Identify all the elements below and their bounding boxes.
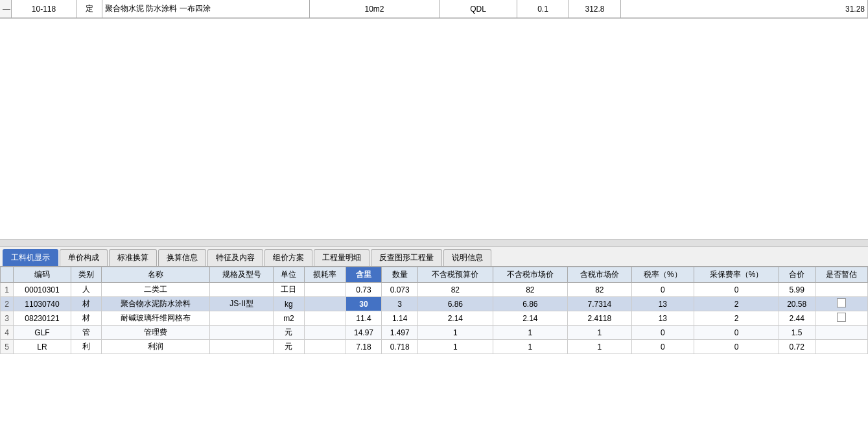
cell-isEstimate[interactable] — [815, 297, 867, 311]
col-header-unit: 单位 — [274, 267, 304, 283]
top-area: — 10-118 定 聚合物水泥 防水涂料 一布四涂 10m2 QDL 0.1 … — [0, 0, 868, 19]
cell-marketWithTax: 1 — [568, 340, 631, 354]
cell-marketNoTax: 1 — [493, 326, 568, 340]
cell-name: 管理费 — [102, 326, 210, 340]
cell-lossRate — [304, 311, 346, 326]
cell-lossRate — [304, 326, 346, 340]
cell-content: 0.73 — [346, 283, 382, 297]
cell-unit: m2 — [274, 311, 304, 326]
horizontal-scrollbar[interactable] — [0, 239, 868, 247]
col-header-priceNoTax: 不含税预算价 — [418, 267, 493, 283]
cell-isEstimate[interactable] — [815, 311, 867, 326]
cell-taxRate: 0 — [631, 283, 694, 297]
tab-1[interactable]: 单价构成 — [60, 249, 108, 266]
cell-unit: 元 — [274, 326, 304, 340]
tab-2[interactable]: 标准换算 — [109, 249, 157, 266]
row-name: 聚合物水泥 防水涂料 一布四涂 — [102, 0, 310, 18]
col-header-code: 编码 — [14, 267, 71, 283]
estimate-checkbox[interactable] — [837, 313, 846, 322]
cell-marketNoTax: 6.86 — [493, 297, 568, 311]
cell-spec: JS-II型 — [209, 297, 273, 311]
cell-content: 11.4 — [346, 311, 382, 326]
cell-priceNoTax: 82 — [418, 283, 493, 297]
cell-quantity: 1.14 — [382, 311, 418, 326]
tab-0[interactable]: 工料机显示 — [3, 249, 58, 266]
cell-lossRate — [304, 340, 346, 354]
cell-lossRate — [304, 283, 346, 297]
cell-priceNoTax: 6.86 — [418, 297, 493, 311]
tab-7[interactable]: 反查图形工程量 — [371, 249, 442, 266]
cell-totalPrice: 5.99 — [779, 283, 815, 297]
row-dash: — — [0, 0, 12, 18]
table-row[interactable]: 5LR利利润元7.180.718111000.72 — [1, 340, 868, 354]
cell-type: 利 — [71, 340, 102, 354]
cell-totalPrice: 1.5 — [779, 326, 815, 340]
cell-isEstimate[interactable] — [815, 283, 867, 297]
tab-5[interactable]: 组价方案 — [264, 249, 312, 266]
cell-marketNoTax: 1 — [493, 340, 568, 354]
cell-isEstimate[interactable] — [815, 326, 867, 340]
col-header-marketNoTax: 不含税市场价 — [493, 267, 568, 283]
cell-marketWithTax: 7.7314 — [568, 297, 631, 311]
cell-code: 00010301 — [14, 283, 71, 297]
cell-taxRate: 0 — [631, 340, 694, 354]
table-row[interactable]: 211030740材聚合物水泥防水涂料JS-II型kg3036.866.867.… — [1, 297, 868, 311]
row-val1: 0.1 — [517, 0, 569, 18]
cell-priceNoTax: 1 — [418, 326, 493, 340]
cell-procurementRate: 2 — [694, 297, 779, 311]
cell-procurementRate: 0 — [694, 326, 779, 340]
cell-unit: kg — [274, 297, 304, 311]
cell-marketWithTax: 2.4118 — [568, 311, 631, 326]
col-header-procurementRate: 采保费率（%） — [694, 267, 779, 283]
cell-content: 7.18 — [346, 340, 382, 354]
row-type: 定 — [76, 0, 102, 18]
col-header-lossRate: 损耗率 — [304, 267, 346, 283]
cell-marketWithTax: 1 — [568, 326, 631, 340]
cell-taxRate: 0 — [631, 326, 694, 340]
cell-content: 30 — [346, 297, 382, 311]
cell-spec — [209, 326, 273, 340]
cell-procurementRate: 0 — [694, 283, 779, 297]
tabs-row: 工料机显示单价构成标准换算换算信息特征及内容组价方案工程量明细反查图形工程量说明… — [0, 247, 868, 267]
cell-marketWithTax: 82 — [568, 283, 631, 297]
cell-quantity: 3 — [382, 297, 418, 311]
table-row[interactable]: 4GLF管管理费元14.971.497111001.5 — [1, 326, 868, 340]
row-unit: 10m2 — [310, 0, 440, 18]
tab-6[interactable]: 工程量明细 — [314, 249, 369, 266]
cell-name: 二类工 — [102, 283, 210, 297]
cell-spec — [209, 283, 273, 297]
table-row[interactable]: 308230121材耐碱玻璃纤维网格布m211.41.142.142.142.4… — [1, 311, 868, 326]
cell-totalPrice: 20.58 — [779, 297, 815, 311]
bottom-area: 工料机显示单价构成标准换算换算信息特征及内容组价方案工程量明细反查图形工程量说明… — [0, 247, 868, 354]
cell-spec — [209, 340, 273, 354]
cell-procurementRate: 2 — [694, 311, 779, 326]
col-header-num — [1, 267, 14, 283]
cell-procurementRate: 0 — [694, 340, 779, 354]
tab-4[interactable]: 特征及内容 — [207, 249, 263, 266]
cell-type: 人 — [71, 283, 102, 297]
tab-3[interactable]: 换算信息 — [158, 249, 206, 266]
row-number: 2 — [1, 297, 14, 311]
row-number: 5 — [1, 340, 14, 354]
table-row[interactable]: 100010301人二类工工日0.730.073828282005.99 — [1, 283, 868, 297]
cell-code: GLF — [14, 326, 71, 340]
cell-code: LR — [14, 340, 71, 354]
col-header-quantity: 数量 — [382, 267, 418, 283]
row-code: 10-118 — [12, 0, 76, 18]
cell-totalPrice: 0.72 — [779, 340, 815, 354]
tab-8[interactable]: 说明信息 — [443, 249, 491, 266]
estimate-checkbox[interactable] — [837, 298, 846, 307]
cell-type: 管 — [71, 326, 102, 340]
row-val3: 31.28 — [621, 0, 868, 18]
cell-marketNoTax: 82 — [493, 283, 568, 297]
cell-isEstimate[interactable] — [815, 340, 867, 354]
cell-unit: 工日 — [274, 283, 304, 297]
col-header-taxRate: 税率（%） — [631, 267, 694, 283]
row-number: 4 — [1, 326, 14, 340]
cell-name: 聚合物水泥防水涂料 — [102, 297, 210, 311]
col-header-isEstimate: 是否暂估 — [815, 267, 867, 283]
cell-priceNoTax: 2.14 — [418, 311, 493, 326]
row-number: 3 — [1, 311, 14, 326]
cell-taxRate: 13 — [631, 311, 694, 326]
col-header-content: 含里 — [346, 267, 382, 283]
